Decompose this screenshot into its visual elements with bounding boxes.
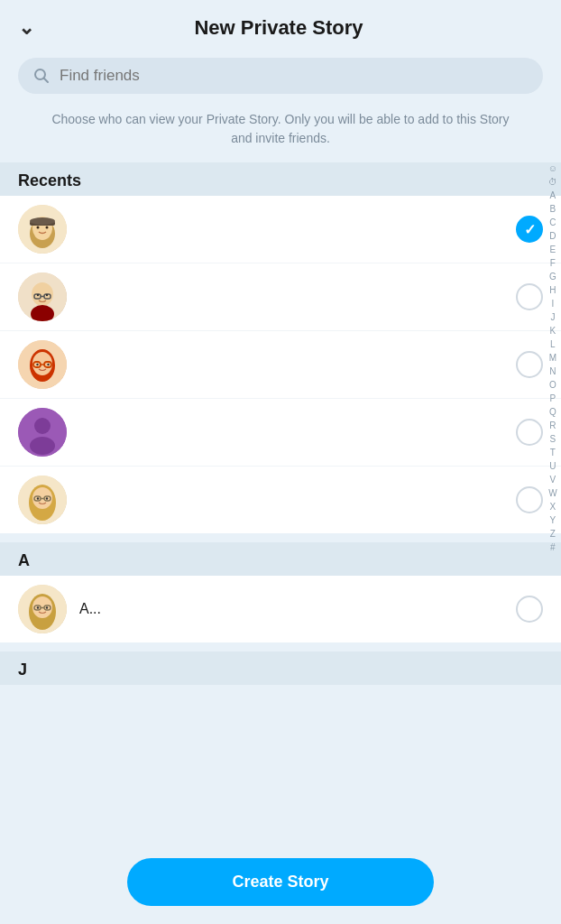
alpha-m[interactable]: M: [549, 352, 556, 365]
alpha-g[interactable]: G: [549, 271, 556, 283]
svg-point-8: [46, 226, 49, 229]
search-bar: [18, 58, 543, 94]
alpha-o[interactable]: O: [549, 379, 556, 392]
alpha-i[interactable]: I: [552, 298, 555, 310]
list-item[interactable]: [0, 399, 561, 467]
alpha-b[interactable]: B: [550, 203, 556, 216]
alpha-e[interactable]: E: [550, 244, 556, 256]
list-item[interactable]: A...: [0, 576, 561, 642]
alpha-j[interactable]: J: [550, 311, 555, 324]
svg-point-27: [30, 437, 55, 455]
avatar: [18, 273, 67, 321]
avatar: [18, 408, 67, 457]
avatar: [18, 340, 67, 389]
alpha-y[interactable]: Y: [550, 514, 556, 527]
alpha-x[interactable]: X: [550, 501, 556, 513]
section-recents-header: Recents: [0, 162, 561, 196]
alpha-recents-icon[interactable]: ⏱: [548, 176, 557, 189]
alpha-emoji-icon[interactable]: ☺: [548, 162, 557, 175]
alpha-f[interactable]: F: [550, 257, 556, 270]
svg-point-34: [37, 497, 39, 499]
check-circle[interactable]: [516, 419, 543, 446]
list-item[interactable]: [0, 467, 561, 533]
content-area: Recents: [0, 162, 561, 775]
alpha-p[interactable]: P: [550, 393, 556, 405]
alpha-a[interactable]: A: [550, 189, 556, 202]
svg-point-7: [37, 226, 40, 229]
a-list: A...: [0, 576, 561, 642]
svg-point-35: [46, 497, 48, 499]
alpha-v[interactable]: V: [550, 474, 556, 486]
avatar: [18, 476, 67, 524]
search-input[interactable]: [60, 67, 529, 85]
alpha-c[interactable]: C: [549, 217, 556, 229]
alpha-z[interactable]: Z: [550, 528, 556, 541]
check-circle[interactable]: [516, 283, 543, 310]
section-a-header: A: [0, 542, 561, 576]
page-title: New Private Story: [43, 16, 543, 40]
contact-name: A...: [79, 601, 101, 617]
check-circle[interactable]: [516, 596, 543, 623]
a-label: A: [18, 551, 30, 569]
check-circle-selected[interactable]: [516, 216, 543, 243]
alpha-s[interactable]: S: [550, 433, 556, 446]
check-circle[interactable]: [516, 351, 543, 378]
svg-point-26: [34, 418, 51, 434]
list-item[interactable]: [0, 263, 561, 331]
svg-point-6: [30, 217, 55, 225]
back-chevron-icon[interactable]: ⌄: [18, 16, 34, 40]
recents-list: [0, 196, 561, 533]
alpha-w[interactable]: W: [548, 487, 556, 500]
list-item[interactable]: [0, 331, 561, 399]
alpha-n[interactable]: N: [549, 365, 556, 378]
search-icon: [32, 67, 51, 85]
alpha-hash[interactable]: #: [550, 541, 556, 554]
header: ⌄ New Private Story: [0, 0, 561, 51]
svg-point-43: [46, 606, 48, 608]
alpha-l[interactable]: L: [550, 338, 556, 351]
svg-point-15: [37, 294, 39, 296]
alpha-t[interactable]: T: [550, 447, 556, 459]
svg-point-24: [47, 364, 49, 365]
alphabet-index: ☺ ⏱ A B C D E F G H I J K L M N O P Q R …: [548, 162, 557, 554]
avatar: [18, 205, 67, 254]
search-container: [0, 51, 561, 106]
alpha-r[interactable]: R: [549, 420, 556, 432]
description-text: Choose who can view your Private Story. …: [0, 106, 561, 162]
svg-line-1: [44, 79, 49, 83]
alpha-u[interactable]: U: [549, 460, 556, 473]
alpha-k[interactable]: K: [550, 325, 556, 337]
alpha-q[interactable]: Q: [549, 406, 556, 419]
check-circle[interactable]: [516, 486, 543, 513]
j-label: J: [18, 661, 27, 679]
alpha-d[interactable]: D: [549, 230, 556, 243]
alpha-h[interactable]: H: [549, 284, 556, 297]
list-item[interactable]: [0, 196, 561, 263]
create-story-button[interactable]: Create Story: [127, 858, 434, 906]
recents-label: Recents: [18, 171, 81, 189]
svg-point-16: [46, 294, 48, 296]
avatar: [18, 585, 67, 633]
section-j-header: J: [0, 651, 561, 685]
svg-point-42: [37, 606, 39, 608]
svg-point-23: [36, 364, 38, 365]
svg-point-19: [32, 352, 52, 375]
